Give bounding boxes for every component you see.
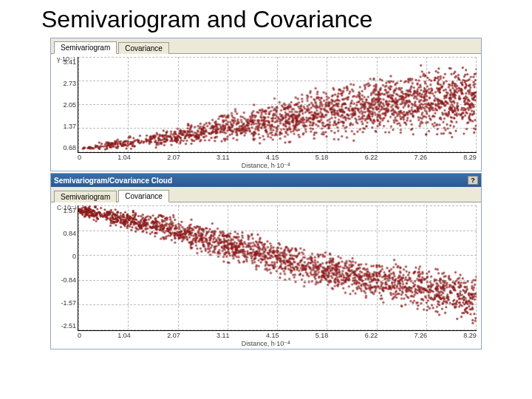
x-tick: 5.18 xyxy=(316,154,329,161)
covariance-scatter xyxy=(78,205,477,330)
y-axis-ticks: 3.41 2.73 2.05 1.37 0.68 xyxy=(55,57,78,153)
x-tick: 2.07 xyxy=(167,154,180,161)
x-tick: 3.11 xyxy=(216,154,230,161)
covariance-plot xyxy=(78,205,477,331)
slide-title: Semivariogram and Covariance xyxy=(0,0,532,38)
x-tick: 8.29 xyxy=(463,154,477,161)
y-tick: -0.84 xyxy=(55,276,76,284)
semivariogram-plot xyxy=(78,57,477,153)
x-axis-label: Distance, h·10⁻⁴ xyxy=(55,161,477,169)
x-axis-label: Distance, h·10⁻⁴ xyxy=(55,339,477,347)
x-tick: 0 xyxy=(78,154,81,161)
tabstrip-top: Semivariogram Covariance xyxy=(51,38,481,54)
x-tick: 6.22 xyxy=(365,332,378,339)
tab-semivariogram[interactable]: Semivariogram xyxy=(54,191,117,202)
window-titlebar: Semivariogram/Covariance Cloud ? xyxy=(51,174,481,187)
y-tick: 0 xyxy=(55,253,76,260)
x-tick: 7.26 xyxy=(415,332,428,339)
y-tick: 2.05 xyxy=(55,101,76,109)
semivariogram-chart: γ·10⁻¹ 3.41 2.73 2.05 1.37 0.68 0 1.04 xyxy=(51,54,481,171)
panels-container: Semivariogram Covariance γ·10⁻¹ 3.41 2.7… xyxy=(0,38,532,349)
x-tick: 1.04 xyxy=(117,154,131,161)
tab-covariance[interactable]: Covariance xyxy=(118,190,169,202)
y-tick: 2.73 xyxy=(55,80,76,87)
tab-semivariogram[interactable]: Semivariogram xyxy=(54,41,117,54)
help-icon[interactable]: ? xyxy=(468,176,478,185)
x-tick: 5.18 xyxy=(316,332,329,339)
y-tick: 1.37 xyxy=(55,123,76,130)
y-axis-ticks: 1.57 0.84 0 -0.84 -1.57 -2.51 xyxy=(55,205,78,331)
y-tick: -2.51 xyxy=(55,322,76,330)
covariance-chart: C·10⁻¹ 1.57 0.84 0 -0.84 -1.57 -2.51 0 xyxy=(51,202,481,349)
x-axis-ticks: 0 1.04 2.07 3.11 4.15 5.18 6.22 7.26 8.2… xyxy=(55,153,477,161)
x-axis-ticks: 0 1.04 2.07 3.11 4.15 5.18 6.22 7.26 8.2… xyxy=(55,331,477,339)
covariance-window: Semivariogram/Covariance Cloud ? Semivar… xyxy=(50,173,482,349)
y-axis-exponent: C·10⁻¹ xyxy=(57,204,77,211)
x-tick: 4.15 xyxy=(266,332,279,339)
y-tick: 0.68 xyxy=(55,144,76,151)
x-tick: 0 xyxy=(78,332,81,339)
x-tick: 7.26 xyxy=(415,154,428,161)
tabstrip-bottom: Semivariogram Covariance xyxy=(51,187,481,202)
y-tick: 0.84 xyxy=(55,230,76,237)
x-tick: 8.29 xyxy=(463,332,477,339)
y-tick: -1.57 xyxy=(55,299,76,307)
y-axis-exponent: γ·10⁻¹ xyxy=(57,55,75,63)
x-tick: 4.15 xyxy=(266,154,279,161)
x-tick: 1.04 xyxy=(117,332,131,339)
semivariogram-window: Semivariogram Covariance γ·10⁻¹ 3.41 2.7… xyxy=(50,38,482,171)
semivariogram-scatter xyxy=(78,57,477,152)
x-tick: 2.07 xyxy=(167,332,180,339)
x-tick: 3.11 xyxy=(216,332,230,339)
window-title: Semivariogram/Covariance Cloud xyxy=(54,177,172,185)
x-tick: 6.22 xyxy=(365,154,378,161)
tab-covariance[interactable]: Covariance xyxy=(118,42,169,54)
